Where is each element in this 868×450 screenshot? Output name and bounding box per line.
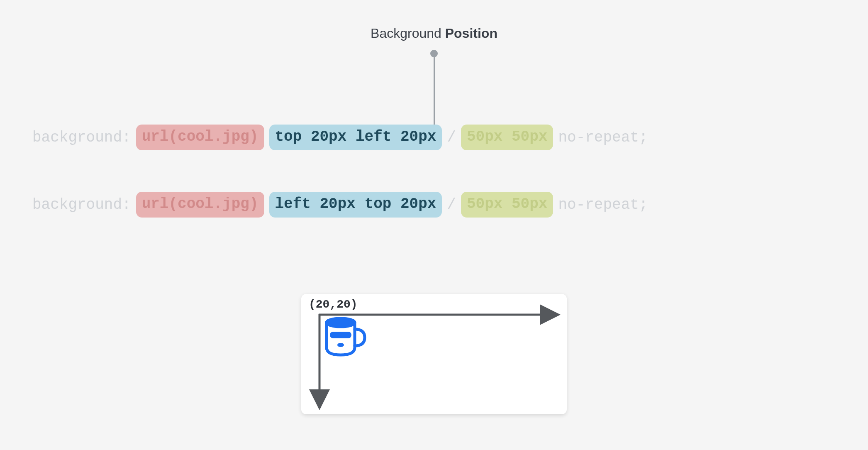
preview-box: (20,20) — [301, 294, 567, 414]
diagram-canvas: Background Position background: url(cool… — [0, 0, 868, 450]
svg-point-6 — [337, 343, 344, 347]
connector-stem — [434, 57, 435, 132]
bg-repeat-text: no-repeat; — [558, 129, 648, 146]
separator-slash: / — [447, 129, 456, 146]
css-property: background: — [32, 129, 131, 146]
bg-position-pill: top 20px left 20px — [269, 125, 442, 150]
bg-size-pill: 50px 50px — [461, 125, 553, 150]
mug-icon — [324, 317, 370, 358]
bg-url-pill: url(cool.jpg) — [136, 192, 264, 218]
css-property: background: — [32, 196, 131, 213]
separator-slash: / — [447, 196, 456, 213]
title-prefix: Background — [371, 26, 445, 41]
connector-line — [430, 50, 438, 132]
svg-rect-5 — [330, 332, 351, 338]
code-line-1: background: url(cool.jpg) top 20px left … — [32, 125, 836, 150]
bg-size-pill: 50px 50px — [461, 192, 553, 218]
title-bold: Position — [445, 26, 497, 41]
bg-url-pill: url(cool.jpg) — [136, 125, 264, 150]
bg-position-pill: left 20px top 20px — [269, 192, 442, 218]
diagram-title: Background Position — [371, 26, 497, 41]
code-line-2: background: url(cool.jpg) left 20px top … — [32, 192, 836, 218]
bg-repeat-text: no-repeat; — [558, 196, 648, 213]
connector-dot-icon — [430, 50, 438, 57]
code-block: background: url(cool.jpg) top 20px left … — [32, 125, 836, 218]
